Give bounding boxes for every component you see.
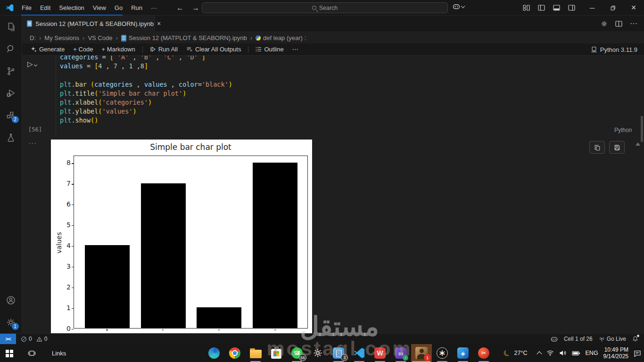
run-cell-button[interactable]: ▷ xyxy=(27,60,37,68)
taskbar-app-blue-3d-app[interactable]: ◈ xyxy=(453,344,473,362)
menu-more-icon[interactable]: ··· xyxy=(147,3,161,12)
output-collapse-dots[interactable]: ··· xyxy=(28,139,37,147)
close-button[interactable]: × xyxy=(623,0,644,16)
battery-icon[interactable] xyxy=(572,350,580,356)
testing-icon[interactable] xyxy=(0,126,22,148)
notebook-toolbar: Generate + Code + Markdown Run All Clear… xyxy=(22,43,644,56)
y-tick-label: 5 xyxy=(53,221,71,229)
run-all-button[interactable]: Run All xyxy=(146,44,182,55)
save-output-button[interactable] xyxy=(609,141,625,154)
taskbar-app-edge[interactable] xyxy=(204,344,224,362)
start-button[interactable] xyxy=(0,344,22,362)
y-tick-mark xyxy=(72,246,74,247)
cell-indicator[interactable]: Cell 1 of 26 xyxy=(564,336,593,342)
tab-session12-notebook[interactable]: Session 12 (MATPLOT & SEABORN).ipynb × xyxy=(22,16,155,32)
search-icon[interactable] xyxy=(0,38,22,60)
taskbar-app-file-explorer[interactable] xyxy=(245,344,266,362)
source-control-icon[interactable] xyxy=(0,60,22,82)
customize-layout-icon[interactable] xyxy=(523,5,530,11)
settings-icon xyxy=(313,348,323,358)
chart-bar xyxy=(85,245,130,328)
action-center-icon[interactable] xyxy=(634,350,641,357)
status-bar: >< 0 0 Cell 1 of 26 Go Live xyxy=(0,333,644,344)
menu-view[interactable]: View xyxy=(89,3,110,12)
nav-forward-icon[interactable]: → xyxy=(192,4,199,12)
generate-button[interactable]: Generate xyxy=(27,44,68,55)
x-tick-mark xyxy=(219,329,219,331)
menu-edit[interactable]: Edit xyxy=(36,3,55,12)
breadcrumb-item[interactable]: Session 12 (MATPLOT & SEABORN).ipynb xyxy=(121,34,247,41)
more-actions-icon[interactable]: ··· xyxy=(630,19,637,28)
add-code-cell-button[interactable]: + Code xyxy=(69,44,97,55)
weather-widget[interactable]: ☾ 27°C xyxy=(504,348,527,358)
split-editor-icon[interactable] xyxy=(615,21,622,27)
code-line xyxy=(60,71,232,80)
explorer-icon[interactable] xyxy=(0,16,22,38)
y-tick-mark xyxy=(72,225,74,226)
copy-output-button[interactable] xyxy=(589,141,605,154)
nav-back-icon[interactable]: ← xyxy=(176,4,184,12)
menu-bar: FileEditSelectionViewGoRun··· xyxy=(17,3,161,12)
accounts-icon[interactable] xyxy=(0,289,22,311)
scroll-up-arrow[interactable] xyxy=(636,142,640,146)
taskbar-app-photos-active[interactable]: 1 xyxy=(411,344,432,362)
taskbar-app-settings[interactable] xyxy=(307,344,328,362)
hidden-icons-chevron[interactable] xyxy=(537,351,542,356)
command-center-search[interactable]: Search xyxy=(202,2,448,13)
toggle-panel-icon[interactable] xyxy=(553,5,560,11)
taskbar-app-phone-link[interactable]: 3 xyxy=(328,344,349,362)
code-editor[interactable]: categories = [ 'A' , 'B' , 'C' , 'D' ]va… xyxy=(60,53,232,125)
chevron-down-icon xyxy=(461,4,465,8)
input-language[interactable]: ENG xyxy=(586,350,598,356)
breadcrumb-item[interactable]: My Sessions xyxy=(44,34,79,41)
menu-run[interactable]: Run xyxy=(127,3,147,12)
copilot-status-icon[interactable] xyxy=(551,336,558,343)
extensions-icon[interactable]: 2 xyxy=(0,104,22,126)
problems-indicator[interactable]: 0 0 xyxy=(21,336,47,342)
taskbar-app-wps-office[interactable]: W xyxy=(370,344,390,362)
taskbar-app-visual-studio[interactable]: ∞ xyxy=(390,344,411,362)
cell-language-label[interactable]: Python xyxy=(614,127,632,133)
remote-indicator[interactable]: >< xyxy=(0,334,16,344)
notifications-bell[interactable] xyxy=(632,336,638,342)
tab-close-icon[interactable]: × xyxy=(157,20,161,27)
menu-selection[interactable]: Selection xyxy=(55,3,88,12)
y-tick-mark xyxy=(72,267,74,267)
settings-gear-icon[interactable]: 1 xyxy=(0,311,22,333)
outline-button[interactable]: Outline xyxy=(252,44,287,55)
toolbar-more-icon[interactable]: ⋯ xyxy=(289,44,302,55)
breadcrumb-item[interactable]: D: xyxy=(30,34,36,41)
y-tick-mark xyxy=(72,308,74,309)
add-markdown-cell-button[interactable]: + Markdown xyxy=(98,44,139,55)
taskbar-app-vscode[interactable] xyxy=(349,344,370,362)
restore-button[interactable] xyxy=(603,0,623,16)
minimize-button[interactable]: ─ xyxy=(582,0,603,16)
wifi-icon[interactable] xyxy=(546,350,554,356)
taskbar-app-clipper-app[interactable]: ✂ xyxy=(473,344,494,362)
editor-scrollbar[interactable] xyxy=(641,116,643,142)
taskbar-app-chatgpt[interactable]: ∗ xyxy=(432,344,453,362)
editor-settings-gear-icon[interactable] xyxy=(601,20,608,27)
toggle-secondary-sidebar-icon[interactable] xyxy=(568,5,575,11)
taskbar-app-microsoft-store[interactable] xyxy=(266,344,287,362)
clear-outputs-icon xyxy=(186,46,193,52)
taskbar-app-whatsapp[interactable]: ☎56 xyxy=(287,344,307,362)
menu-go[interactable]: Go xyxy=(110,3,127,12)
breadcrumb-item[interactable]: VS Code xyxy=(88,34,112,41)
task-view-button[interactable] xyxy=(22,344,41,362)
go-live-button[interactable]: Go Live xyxy=(599,336,626,342)
toggle-primary-sidebar-icon[interactable] xyxy=(538,5,545,11)
clear-all-outputs-button[interactable]: Clear All Outputs xyxy=(182,44,245,55)
breadcrumb-item[interactable]: def leap (year) : xyxy=(256,34,306,41)
chart-axes xyxy=(74,156,308,329)
notification-dot xyxy=(637,335,639,337)
copilot-menu[interactable] xyxy=(453,3,464,10)
volume-icon[interactable] xyxy=(559,350,567,356)
links-toolbar[interactable]: Links xyxy=(52,350,66,357)
taskbar-app-chrome[interactable] xyxy=(224,344,245,362)
run-debug-icon[interactable] xyxy=(0,82,22,104)
copilot-icon xyxy=(453,3,460,10)
clock[interactable]: 10:49 PM 9/14/2025 xyxy=(603,346,628,360)
kernel-picker[interactable]: Python 3.11.9 xyxy=(591,43,637,56)
menu-file[interactable]: File xyxy=(17,3,36,12)
